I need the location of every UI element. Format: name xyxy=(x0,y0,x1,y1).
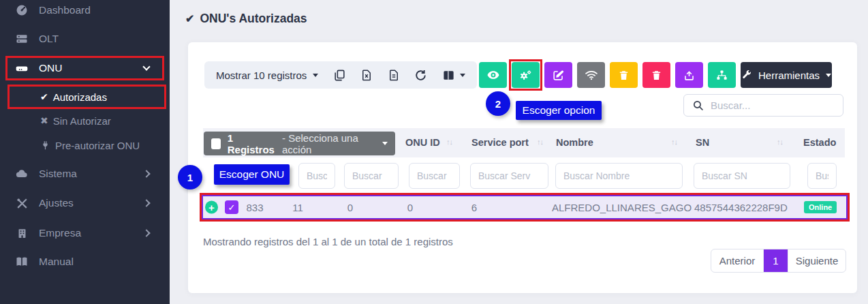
sidebar-item-label: Empresa xyxy=(39,227,81,239)
force-delete-onu-button[interactable] xyxy=(642,62,670,88)
trash-icon xyxy=(651,69,662,82)
sort-icon[interactable]: ↑↓ xyxy=(446,138,452,146)
row-checkbox[interactable]: ✓ xyxy=(225,200,238,214)
edit-icon xyxy=(552,69,565,82)
filter-input-sn[interactable] xyxy=(694,163,790,189)
plug-icon xyxy=(40,140,50,151)
cloud-icon xyxy=(14,167,30,181)
cell-value: 0 xyxy=(337,202,364,213)
column-header-sn[interactable]: SN xyxy=(696,137,709,148)
building-icon xyxy=(14,227,30,240)
gauge-icon xyxy=(14,3,30,17)
column-header-onu-id[interactable]: ONU ID xyxy=(405,137,440,148)
cell-service-port: 6 xyxy=(461,202,488,213)
annotation-step-number: 2 xyxy=(495,98,501,110)
sidebar-item-dashboard[interactable]: Dashboard xyxy=(0,0,170,20)
sidebar-item-manual[interactable]: Manual xyxy=(0,252,170,272)
edit-onu-button[interactable] xyxy=(544,62,572,88)
onu-device-icon xyxy=(14,61,30,75)
pagination-page-1[interactable]: 1 xyxy=(764,249,788,272)
book-icon xyxy=(14,255,30,269)
sidebar-item-sin-autorizar[interactable]: ✖ Sin Autorizar xyxy=(0,110,170,131)
eye-icon xyxy=(486,68,500,82)
network-topology-button[interactable] xyxy=(708,62,736,88)
column-header-service-port[interactable]: Service port xyxy=(471,137,529,148)
sidebar: Dashboard OLT ONU ✔ Autorizadas ✖ Sin Au… xyxy=(0,0,170,304)
column-header-nombre[interactable]: Nombre xyxy=(556,137,593,148)
column-header-estado[interactable]: Estado xyxy=(803,137,836,148)
filter-input-1[interactable] xyxy=(298,163,335,189)
chevron-down-icon xyxy=(142,63,150,70)
tools-icon xyxy=(14,197,30,210)
select-all-checkbox[interactable] xyxy=(211,138,221,149)
sidebar-item-empresa[interactable]: Empresa xyxy=(0,223,170,243)
caret-down-icon xyxy=(313,74,318,77)
chevron-right-icon xyxy=(142,229,150,237)
sort-icon[interactable]: ↑↓ xyxy=(671,138,677,146)
herramientas-dropdown[interactable]: Herramientas xyxy=(741,62,832,88)
check-icon: ✔ xyxy=(185,12,194,25)
filter-input-nombre[interactable] xyxy=(555,163,683,189)
select-action-dropdown[interactable]: 1 Registros - Selecciona una acción xyxy=(204,132,395,155)
column-visibility-dropdown[interactable] xyxy=(442,69,465,82)
filter-input-estado[interactable] xyxy=(807,163,837,189)
pagination-next-button[interactable]: Siguiente xyxy=(788,249,846,272)
expand-row-button[interactable]: + xyxy=(205,201,218,214)
filter-input-service-port[interactable] xyxy=(470,163,548,189)
pagination: Anterior 1 Siguiente xyxy=(711,249,846,273)
annotation-step-number: 1 xyxy=(187,172,193,183)
sort-icon[interactable]: ↑↓ xyxy=(777,138,783,146)
sidebar-item-label: Sin Autorizar xyxy=(53,115,111,127)
sidebar-item-label: Autorizadas xyxy=(53,91,107,103)
sidebar-item-olt[interactable]: OLT xyxy=(0,29,170,49)
file-export-button[interactable] xyxy=(388,69,400,81)
x-icon: ✖ xyxy=(40,115,48,126)
search-icon xyxy=(692,100,704,111)
filter-input-2[interactable] xyxy=(344,163,399,189)
sidebar-item-sistema[interactable]: Sistema xyxy=(0,164,170,184)
sort-icon[interactable]: ↑↓ xyxy=(537,138,543,146)
sidebar-item-label: Manual xyxy=(39,256,74,268)
caret-down-icon xyxy=(826,74,831,77)
upload-button[interactable] xyxy=(675,62,703,88)
sitemap-icon xyxy=(715,69,728,82)
status-badge: Online xyxy=(804,201,837,213)
refresh-button[interactable] xyxy=(414,69,427,82)
records-info: Mostrando registros del 1 al 1 de un tot… xyxy=(203,236,453,247)
filter-input-3[interactable] xyxy=(409,163,460,189)
check-icon: ✔ xyxy=(40,91,48,102)
annotation-step-2-label: Escoger opcion xyxy=(516,101,602,120)
table-row[interactable]: + ✓ 833 11 0 0 6 ALFREDO_LLINARES_GAGO 4… xyxy=(202,195,848,219)
sidebar-item-autorizadas[interactable]: ✔ Autorizadas xyxy=(0,87,170,107)
show-entries-label: Mostrar 10 registros xyxy=(216,70,307,81)
sidebar-item-ajustes[interactable]: Ajustes xyxy=(0,193,170,213)
annotation-box-row: + ✓ 833 11 0 0 6 ALFREDO_LLINARES_GAGO 4… xyxy=(200,193,850,222)
cell-sn: 4857544362228F9D xyxy=(694,202,788,213)
sidebar-item-label: Sistema xyxy=(39,168,77,180)
search-input[interactable] xyxy=(711,100,846,111)
copy-button[interactable] xyxy=(333,69,346,82)
gears-icon xyxy=(518,69,533,82)
search-box xyxy=(683,94,843,117)
caret-down-icon xyxy=(382,142,388,145)
pagination-prev-button[interactable]: Anterior xyxy=(711,249,764,272)
show-entries-dropdown[interactable]: Mostrar 10 registros xyxy=(216,70,318,81)
cell-nombre: ALFREDO_LLINARES_GAGO xyxy=(552,202,692,213)
select-action-label: - Selecciona una acción xyxy=(282,132,375,155)
delete-onu-button[interactable] xyxy=(610,62,638,88)
chevron-right-icon xyxy=(142,199,150,207)
content-card: Mostrar 10 registros xyxy=(188,42,857,293)
wifi-button[interactable] xyxy=(577,62,605,88)
sidebar-item-label: Dashboard xyxy=(39,4,91,16)
chevron-right-icon xyxy=(142,170,150,177)
excel-export-button[interactable] xyxy=(360,69,373,81)
annotation-step-1-label: Escoger ONU xyxy=(214,164,290,185)
selected-count: 1 Registros xyxy=(228,132,275,155)
wifi-icon xyxy=(584,68,599,82)
sidebar-item-label: OLT xyxy=(39,33,59,45)
options-onu-button[interactable] xyxy=(512,62,540,88)
cell-value: 11 xyxy=(284,202,311,213)
sidebar-item-onu[interactable]: ONU xyxy=(0,58,170,78)
view-onu-button[interactable] xyxy=(479,62,507,88)
sidebar-item-pre-autorizar[interactable]: Pre-autorizar ONU xyxy=(0,135,170,155)
